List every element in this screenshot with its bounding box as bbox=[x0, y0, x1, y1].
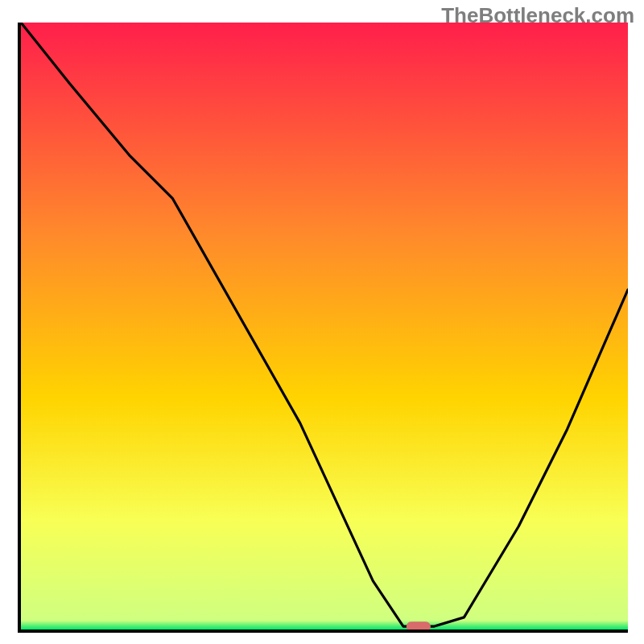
chart-container: TheBottleneck.com bbox=[0, 0, 644, 644]
svg-rect-1 bbox=[407, 621, 431, 630]
plot-area bbox=[18, 23, 628, 633]
optimal-marker bbox=[21, 23, 628, 630]
